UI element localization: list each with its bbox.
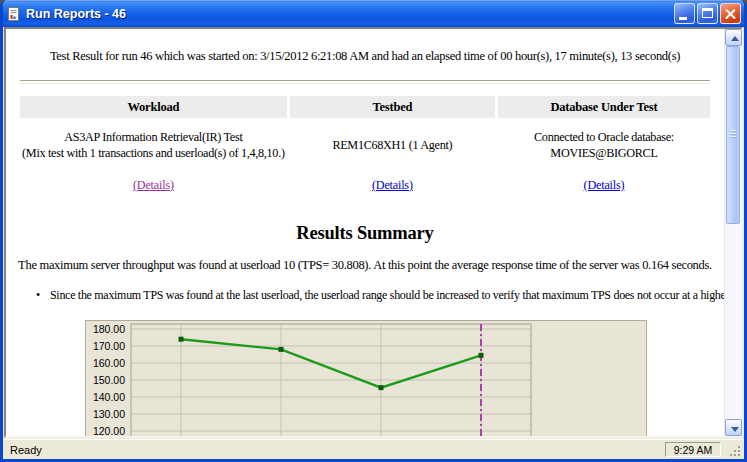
column-header-testbed: Testbed xyxy=(290,96,495,118)
column-header-workload: Workload xyxy=(20,96,287,118)
minimize-icon xyxy=(679,17,687,20)
recommendation-bullet: •Since the maximum TPS was found at the … xyxy=(36,288,724,303)
testbed-description: REM1C68XH1 (1 Agent) xyxy=(290,118,495,171)
clock-panel: 9:29 AM xyxy=(665,442,721,457)
testbed-details-link[interactable]: (Details) xyxy=(372,178,413,192)
status-bar: Ready 9:29 AM xyxy=(4,439,743,459)
divider xyxy=(20,80,710,84)
column-header-database: Database Under Test xyxy=(498,96,710,118)
status-text: Ready xyxy=(10,444,42,456)
scroll-down-button[interactable] xyxy=(725,419,742,436)
svg-text:120.00: 120.00 xyxy=(93,425,125,437)
document-frame: Test Result for run 46 which was started… xyxy=(4,27,743,438)
report-document: Test Result for run 46 which was started… xyxy=(6,29,724,436)
results-summary-heading: Results Summary xyxy=(6,223,724,244)
workload-details-link[interactable]: (Details) xyxy=(133,178,174,192)
svg-text:180.00: 180.00 xyxy=(93,323,125,335)
recommendation-text: Since the maximum TPS was found at the l… xyxy=(50,288,724,302)
svg-text:130.00: 130.00 xyxy=(93,408,125,420)
svg-text:150.00: 150.00 xyxy=(93,374,125,386)
vertical-scrollbar[interactable] xyxy=(724,29,741,436)
scrollbar-thumb[interactable] xyxy=(726,46,740,224)
window-titlebar[interactable]: Run Reports - 46 xyxy=(0,0,747,27)
run-reports-window: Run Reports - 46 Test Result for run 46 … xyxy=(0,0,747,462)
close-icon xyxy=(721,4,740,23)
bullet-icon: • xyxy=(36,288,50,303)
workload-description: AS3AP Information Retrieval(IR) Test (Mi… xyxy=(20,118,287,171)
database-description: Connected to Oracle database: MOVIES@BIG… xyxy=(498,118,710,171)
svg-text:140.00: 140.00 xyxy=(93,391,125,403)
throughput-chart-svg: 180.00170.00160.00150.00140.00130.00120.… xyxy=(86,321,646,436)
throughput-chart: 180.00170.00160.00150.00140.00130.00120.… xyxy=(85,320,647,436)
maximize-icon xyxy=(702,8,713,18)
database-details-link[interactable]: (Details) xyxy=(584,178,625,192)
chevron-up-icon xyxy=(731,36,739,41)
resize-grip-icon[interactable] xyxy=(728,444,741,457)
minimize-button[interactable] xyxy=(674,3,695,24)
close-button[interactable] xyxy=(720,3,741,24)
svg-text:160.00: 160.00 xyxy=(93,357,125,369)
report-app-icon[interactable] xyxy=(6,6,22,22)
window-title: Run Reports - 46 xyxy=(26,7,674,21)
svg-text:170.00: 170.00 xyxy=(93,340,125,352)
scroll-up-button[interactable] xyxy=(725,29,742,46)
chevron-down-icon xyxy=(731,427,739,432)
window-controls xyxy=(674,3,741,24)
max-throughput-text: The maximum server throughput was found … xyxy=(6,258,724,273)
maximize-button[interactable] xyxy=(697,3,718,24)
run-info-table: Workload Testbed Database Under Test AS3… xyxy=(17,96,713,197)
run-intro-text: Test Result for run 46 which was started… xyxy=(6,49,724,64)
